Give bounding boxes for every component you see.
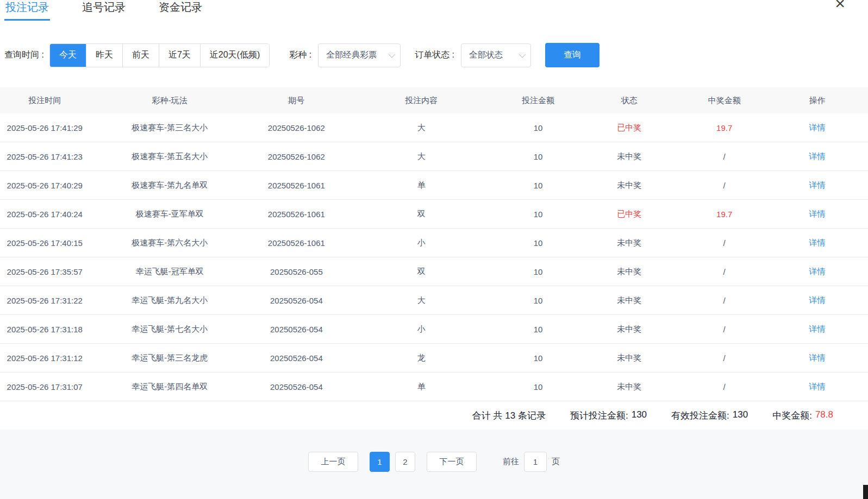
bet-amount-cell: 10 — [500, 296, 577, 305]
status-cell: 未中奖 — [576, 180, 682, 191]
issue-cell: 20250526-054 — [250, 382, 343, 391]
tab-betting-records[interactable]: 投注记录 — [4, 0, 50, 21]
bet-content-cell: 大 — [343, 123, 500, 133]
header-bet-amount: 投注金额 — [500, 96, 577, 106]
status-cell: 已中奖 — [576, 209, 682, 219]
summary-row: 合计 共 13 条记录 预计投注金额: 130 有效投注金额: 130 中奖金额… — [0, 401, 868, 429]
win-amount-cell: / — [682, 325, 766, 334]
win-amount-cell: / — [682, 267, 766, 276]
header-game-play: 彩种-玩法 — [89, 96, 249, 106]
game-play-cell: 幸运飞艇-冠军单双 — [89, 267, 249, 277]
detail-link[interactable]: 详情 — [809, 267, 826, 276]
issue-cell: 20250526-1062 — [250, 123, 343, 132]
scrollbar-thumb[interactable] — [863, 485, 868, 499]
query-time-label: 查询时间 : — [4, 49, 44, 61]
time-option-yesterday[interactable]: 昨天 — [86, 44, 122, 67]
game-play-cell: 极速赛车-亚军单双 — [89, 209, 249, 219]
summary-label: 有效投注金额: — [671, 409, 729, 422]
status-cell: 未中奖 — [576, 295, 682, 306]
bet-time-cell: 2025-05-26 17:35:57 — [0, 267, 89, 276]
page-button-1[interactable]: 1 — [370, 452, 390, 472]
win-amount-cell: / — [682, 353, 766, 363]
detail-link[interactable]: 详情 — [809, 238, 826, 247]
summary-label: 预计投注金额: — [570, 409, 628, 422]
action-cell: 详情 — [766, 123, 868, 133]
action-cell: 详情 — [766, 209, 868, 219]
bet-content-cell: 双 — [343, 209, 500, 219]
game-play-cell: 幸运飞艇-第九名大小 — [89, 295, 249, 306]
action-cell: 详情 — [766, 151, 868, 162]
bet-content-cell: 大 — [343, 151, 500, 162]
pagination: 上一页 1 2 下一页 前往 页 — [0, 452, 868, 472]
issue-cell: 20250526-1061 — [250, 181, 343, 190]
issue-cell: 20250526-1061 — [250, 210, 343, 219]
lottery-type-label: 彩种 : — [289, 49, 311, 61]
bet-amount-cell: 10 — [500, 238, 577, 248]
detail-link[interactable]: 详情 — [809, 123, 826, 132]
page-button-2[interactable]: 2 — [395, 452, 415, 472]
bet-amount-cell: 10 — [500, 353, 577, 363]
bet-content-cell: 单 — [343, 180, 500, 191]
win-amount-cell: / — [682, 238, 766, 248]
table-row: 2025-05-26 17:40:24 极速赛车-亚军单双 20250526-1… — [0, 200, 868, 229]
chevron-down-icon — [519, 51, 526, 58]
detail-link[interactable]: 详情 — [809, 209, 826, 218]
header-issue: 期号 — [250, 96, 343, 106]
lottery-type-select[interactable]: 全部经典彩票 — [318, 43, 401, 67]
bet-time-cell: 2025-05-26 17:31:18 — [0, 325, 89, 334]
betting-records-panel: 投注记录 追号记录 资金记录 × 查询时间 : 今天 昨天 前天 近7天 近20… — [0, 0, 868, 499]
issue-cell: 20250526-055 — [250, 267, 343, 276]
time-option-today[interactable]: 今天 — [50, 44, 86, 67]
filter-bar: 查询时间 : 今天 昨天 前天 近7天 近20天(低频) 彩种 : 全部经典彩票… — [0, 43, 868, 67]
detail-link[interactable]: 详情 — [809, 151, 826, 161]
detail-link[interactable]: 详情 — [809, 382, 826, 391]
summary-win-amount: 中奖金额: 78.8 — [772, 409, 833, 422]
game-play-cell: 极速赛车-第六名大小 — [89, 238, 249, 248]
time-option-day-before[interactable]: 前天 — [122, 44, 159, 67]
table-row: 2025-05-26 17:31:22 幸运飞艇-第九名大小 20250526-… — [0, 286, 868, 315]
close-icon[interactable]: × — [835, 0, 845, 12]
table-row: 2025-05-26 17:41:29 极速赛车-第三名大小 20250526-… — [0, 113, 868, 142]
table-row: 2025-05-26 17:40:29 极速赛车-第九名单双 20250526-… — [0, 171, 868, 200]
next-page-button[interactable]: 下一页 — [427, 452, 477, 472]
bet-amount-cell: 10 — [500, 123, 577, 132]
detail-link[interactable]: 详情 — [809, 353, 826, 362]
bet-content-cell: 大 — [343, 295, 500, 306]
action-cell: 详情 — [766, 180, 868, 191]
table-row: 2025-05-26 17:31:07 幸运飞艇-第四名单双 20250526-… — [0, 372, 868, 401]
bet-content-cell: 小 — [343, 324, 500, 334]
summary-value: 78.8 — [815, 409, 833, 422]
time-option-last-7-days[interactable]: 近7天 — [159, 44, 200, 67]
table-header: 投注时间 彩种-玩法 期号 投注内容 投注金额 状态 中奖金额 操作 — [0, 87, 868, 113]
header-bet-time: 投注时间 — [0, 96, 89, 106]
bet-amount-cell: 10 — [500, 267, 577, 276]
game-play-cell: 幸运飞艇-第七名大小 — [89, 324, 249, 334]
issue-cell: 20250526-1061 — [250, 238, 343, 248]
status-cell: 未中奖 — [576, 238, 682, 248]
detail-link[interactable]: 详情 — [809, 324, 826, 333]
search-button[interactable]: 查询 — [545, 43, 600, 67]
game-play-cell: 幸运飞艇-第三名龙虎 — [89, 353, 249, 363]
detail-link[interactable]: 详情 — [809, 295, 826, 305]
action-cell: 详情 — [766, 353, 868, 363]
action-cell: 详情 — [766, 382, 868, 392]
header-action: 操作 — [766, 96, 868, 106]
table-row: 2025-05-26 17:31:12 幸运飞艇-第三名龙虎 20250526-… — [0, 344, 868, 372]
table-row: 2025-05-26 17:41:23 极速赛车-第五名大小 20250526-… — [0, 142, 868, 171]
order-status-value: 全部状态 — [469, 49, 503, 61]
game-play-cell: 极速赛车-第三名大小 — [89, 123, 249, 133]
order-status-select[interactable]: 全部状态 — [461, 43, 531, 67]
prev-page-button[interactable]: 上一页 — [308, 452, 358, 472]
action-cell: 详情 — [766, 267, 868, 277]
bet-time-cell: 2025-05-26 17:31:12 — [0, 353, 89, 363]
tab-chase-records[interactable]: 追号记录 — [81, 0, 127, 21]
time-option-last-20-days[interactable]: 近20天(低频) — [200, 44, 269, 67]
detail-link[interactable]: 详情 — [809, 180, 826, 190]
goto-page-input[interactable] — [524, 452, 547, 472]
issue-cell: 20250526-1062 — [250, 152, 343, 161]
tab-fund-records[interactable]: 资金记录 — [158, 0, 203, 21]
summary-label: 中奖金额: — [772, 409, 812, 422]
status-cell: 未中奖 — [576, 353, 682, 363]
lottery-type-value: 全部经典彩票 — [326, 49, 377, 61]
pagination-area: 上一页 1 2 下一页 前往 页 — [0, 429, 868, 499]
